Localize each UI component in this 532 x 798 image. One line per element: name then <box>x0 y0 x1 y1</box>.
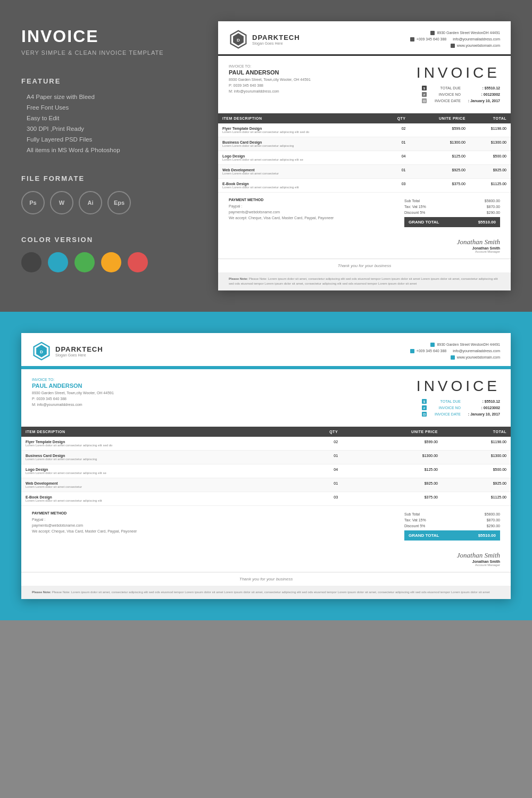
item-price: $375.00 <box>410 179 470 193</box>
contact-address-blue: 8930 Garden Street WestonDH 44491 <box>410 342 500 348</box>
color-version: COLOR VERSION <box>21 236 202 272</box>
item-price: $1300.00 <box>410 137 470 151</box>
invoice-header: D DPARKTECH Slogan Goes Here 8930 Garden… <box>218 21 511 56</box>
contact-website: www.yourwebdomain.com <box>410 43 500 49</box>
paypal-label: Paypal : <box>229 203 394 209</box>
color-red[interactable] <box>128 252 148 272</box>
item-qty: 02 <box>381 123 410 137</box>
col-description: ITEM DESCRIPTION <box>218 113 381 123</box>
contact-website-blue: www.yourwebdomain.com <box>410 354 500 361</box>
item-name: Logo Design <box>222 154 377 158</box>
invoice-table: ITEM DESCRIPTION QTY UNITE PRICE TOTAL F… <box>218 113 511 193</box>
color-blue[interactable] <box>48 252 68 272</box>
tax-row: Tax: Vat 15% $870.00 <box>404 204 500 210</box>
invoice-date-icon-blue: ⊡ <box>422 412 427 417</box>
invoice-word-blue: INVOICE <box>271 378 500 395</box>
col-total: TOTAL <box>470 113 511 123</box>
invoice-contact: 8930 Garden Street WestonDH 44491 +009 3… <box>410 30 500 49</box>
we-accept: We accept: Cheque, Visa Card, Master Car… <box>229 215 394 221</box>
item-desc: Lorem Lorem dolor sit amet consectetur <box>222 172 377 175</box>
item-total: $1125.00 <box>470 179 511 193</box>
item-name-b0: Flyer Template Design <box>26 440 289 444</box>
svg-text:D: D <box>237 38 240 43</box>
table-row-blue: Flyer Template DesignLorem Lorem dolor s… <box>21 437 511 451</box>
footer-text-blue: Please Note: Lorem ipsum dolor sit amet,… <box>52 591 490 594</box>
col-total-blue: TOTAL <box>442 427 511 437</box>
item-qty: 03 <box>381 179 410 193</box>
thank-you-message: Thank you for your business <box>218 259 511 272</box>
client-address-blue: 8930 Garden Street, Town,city Wooter, OH… <box>32 390 261 408</box>
table-row: Business Card DesignLorem Lorem dolor si… <box>218 137 511 151</box>
item-name-b4: E-Book Design <box>26 495 289 499</box>
invoice-date-row-blue: ⊡ INVOICE DATE : January 10, 2017 <box>271 412 500 417</box>
web-icon-blue <box>451 355 455 360</box>
invoice-word: INVOICE <box>370 64 500 81</box>
invoice-logo-blue: D DPARKTECH Slogan Goes Here <box>32 342 103 361</box>
invoice-signature: Jonathan Smith Jonathan Smith Account Ma… <box>218 232 511 259</box>
table-row: Flyer Template DesignLorem Lorem dolor s… <box>218 123 511 137</box>
footer-bold-blue: Please Note: <box>32 591 51 594</box>
invoice-title-area-blue: INVOICE $ TOTAL DUE : $5510.12 # INVOICE… <box>271 378 500 418</box>
subtotal-label: Sub Total <box>404 199 420 203</box>
format-ai: Ai <box>79 191 102 214</box>
invoice-to-blue: INVOICE TO: PAUL ANDERSON 8930 Garden St… <box>32 378 261 418</box>
table-row-blue: Business Card DesignLorem Lorem dolor si… <box>21 451 511 464</box>
tax-row-blue: Tax: Vat 15% $870.00 <box>404 517 500 523</box>
invoice-footer: Please Note: Please Note: Lorem ipsum do… <box>218 272 511 290</box>
item-name: Flyer Template Design <box>222 127 377 130</box>
grand-total-label: GRAND TOTAL <box>409 220 439 225</box>
logo-hexagon-icon: D <box>229 30 248 49</box>
feature-list: A4 Paper size with Bleed Free Font Uses … <box>21 94 202 153</box>
company-slogan-blue: Slogan Goes Here <box>55 353 103 357</box>
subtotal-row-blue: Sub Total $5800.00 <box>404 511 500 517</box>
feature-item: 300 DPI ,Print Ready <box>21 126 202 132</box>
logo-hexagon-blue-icon: D <box>32 342 51 361</box>
contact-phone-blue: +009 345 640 388 info@youremailaddress.c… <box>410 348 500 354</box>
format-ps: Ps <box>21 191 45 214</box>
invoice-summary-blue: PAYMENT METHOD Paypal : payments@webdots… <box>21 506 511 546</box>
invoice-footer-blue: Please Note: Please Note: Lorem ipsum do… <box>21 586 511 599</box>
payment-label-blue: PAYMENT METHOD <box>32 511 394 515</box>
main-title: INVOICE <box>21 27 202 46</box>
logo-text-blue: DPARKTECH Slogan Goes Here <box>55 345 103 357</box>
feature-heading: FEATURE <box>21 77 202 85</box>
color-green[interactable] <box>74 252 95 272</box>
client-name-blue: PAUL ANDERSON <box>32 383 261 389</box>
item-price: $599.00 <box>410 123 470 137</box>
signature-name-blue: Jonathan Smith <box>32 560 500 563</box>
signature-title-blue: Account Manager <box>32 563 500 567</box>
invoice-preview-blue: D DPARKTECH Slogan Goes Here 8930 Garden… <box>21 333 511 599</box>
format-eps: Eps <box>107 191 131 214</box>
total-due-icon-blue: $ <box>422 399 427 404</box>
color-version-heading: COLOR VERSION <box>21 236 202 244</box>
item-price: $125.00 <box>410 151 470 165</box>
company-name: DPARKTECH <box>252 34 300 41</box>
invoice-date-row: ⊡ INVOICE DATE : January 10, 2017 <box>370 98 500 103</box>
footer-text: Please Note: Lorem ipsum dolor sit amet,… <box>229 277 498 285</box>
payment-method-blue: PAYMENT METHOD Paypal : payments@webdots… <box>32 511 394 541</box>
web-icon <box>451 44 455 48</box>
color-orange[interactable] <box>101 252 121 272</box>
invoice-totals-blue: Sub Total $5800.00 Tax: Vat 15% $870.00 … <box>404 511 500 541</box>
col-qty: QTY <box>381 113 410 123</box>
table-row: E-Book DesignLorem Lorem dolor sit amet … <box>218 179 511 193</box>
format-w: W <box>50 191 73 214</box>
table-row: Web DevelopmentLorem Lorem dolor sit ame… <box>218 165 511 179</box>
item-name-b2: Logo Design <box>26 468 289 471</box>
invoice-totals: Sub Total $5800.00 Tax: Vat 15% $870.00 … <box>404 198 500 227</box>
invoice-meta: $ TOTAL DUE : $5510.12 # INVOICE NO : 00… <box>370 86 500 103</box>
discount-value: $290.00 <box>487 211 500 214</box>
company-name-blue: DPARKTECH <box>55 345 103 353</box>
color-dark[interactable] <box>21 252 41 272</box>
item-price: $925.00 <box>410 165 470 179</box>
phone-icon-blue <box>410 349 414 353</box>
invoice-to-label: INVOICE TO: <box>229 64 359 68</box>
left-panel: INVOICE VERY SIMPLE & CLEAN INVOICE TEMP… <box>21 21 202 290</box>
invoice-preview-dark: D DPARKTECH Slogan Goes Here 8930 Garden… <box>218 21 511 290</box>
discount-row: Discount 5% $290.00 <box>404 210 500 215</box>
invoice-to-label-blue: INVOICE TO: <box>32 378 261 381</box>
format-icons-list: Ps W Ai Eps <box>21 191 202 214</box>
bottom-section: D DPARKTECH Slogan Goes Here 8930 Garden… <box>0 312 532 620</box>
item-name: Web Development <box>222 168 377 172</box>
invoice-no-icon-blue: # <box>422 405 427 410</box>
